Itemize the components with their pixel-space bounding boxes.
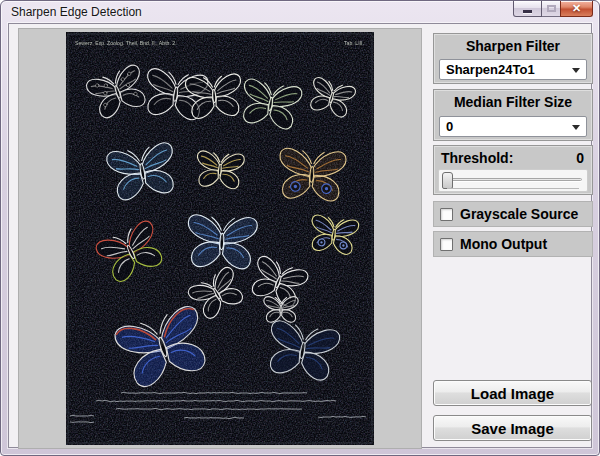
mono-output-label: Mono Output	[460, 236, 547, 252]
median-filter-group: Median Filter Size 0	[433, 89, 593, 141]
maximize-button[interactable]	[542, 1, 560, 17]
sharpen-filter-combobox[interactable]: Sharpen24To1	[439, 59, 587, 80]
close-icon: ✕	[572, 3, 581, 14]
maximize-icon	[547, 5, 556, 12]
threshold-group: Threshold: 0	[433, 145, 593, 195]
threshold-slider[interactable]	[438, 169, 588, 192]
median-filter-label: Median Filter Size	[434, 90, 592, 110]
butterfly-plate-image: Sewerz. Exp. Zoolog. Theil, Bnd. II., Ab…	[66, 32, 374, 445]
save-image-button[interactable]: Save Image	[433, 415, 592, 441]
caption-buttons: ✕	[513, 1, 593, 17]
close-button[interactable]: ✕	[560, 1, 593, 17]
title-bar[interactable]: Sharpen Edge Detection ✕	[1, 1, 599, 23]
grayscale-source-checkbox[interactable]	[440, 208, 453, 221]
butterfly-plate-svg: Sewerz. Exp. Zoolog. Theil, Bnd. II., Ab…	[66, 32, 374, 445]
app-window: Sharpen Edge Detection ✕	[0, 0, 600, 456]
chevron-down-icon	[572, 125, 580, 130]
window-title: Sharpen Edge Detection	[11, 5, 142, 19]
minimize-icon	[523, 10, 532, 13]
load-image-button[interactable]: Load Image	[433, 380, 592, 406]
plate-header-right: Tab. LIII.	[344, 40, 364, 46]
mono-output-checkbox[interactable]	[440, 238, 453, 251]
plate-header-left: Sewerz. Exp. Zoolog. Theil, Bnd. II., Ab…	[75, 40, 177, 46]
image-picturebox: Sewerz. Exp. Zoolog. Theil, Bnd. II., Ab…	[18, 28, 422, 449]
minimize-button[interactable]	[513, 1, 542, 17]
chevron-down-icon	[572, 68, 580, 73]
sharpen-filter-value: Sharpen24To1	[446, 62, 535, 77]
grayscale-source-checkbox-row[interactable]: Grayscale Source	[433, 201, 593, 227]
threshold-label: Threshold:	[441, 150, 513, 166]
threshold-slider-thumb[interactable]	[442, 172, 453, 189]
sharpen-filter-group: Sharpen Filter Sharpen24To1	[433, 33, 593, 84]
threshold-slider-ticks	[447, 188, 579, 189]
median-filter-combobox[interactable]: 0	[439, 116, 587, 137]
threshold-value: 0	[576, 150, 584, 166]
control-panel: Sharpen Filter Sharpen24To1 Median Filte…	[433, 24, 593, 447]
mono-output-checkbox-row[interactable]: Mono Output	[433, 231, 593, 257]
median-filter-value: 0	[446, 119, 453, 134]
grayscale-source-label: Grayscale Source	[460, 206, 578, 222]
threshold-slider-track[interactable]	[444, 178, 582, 181]
client-area: Sewerz. Exp. Zoolog. Theil, Bnd. II., Ab…	[8, 23, 592, 448]
sharpen-filter-label: Sharpen Filter	[434, 34, 592, 54]
